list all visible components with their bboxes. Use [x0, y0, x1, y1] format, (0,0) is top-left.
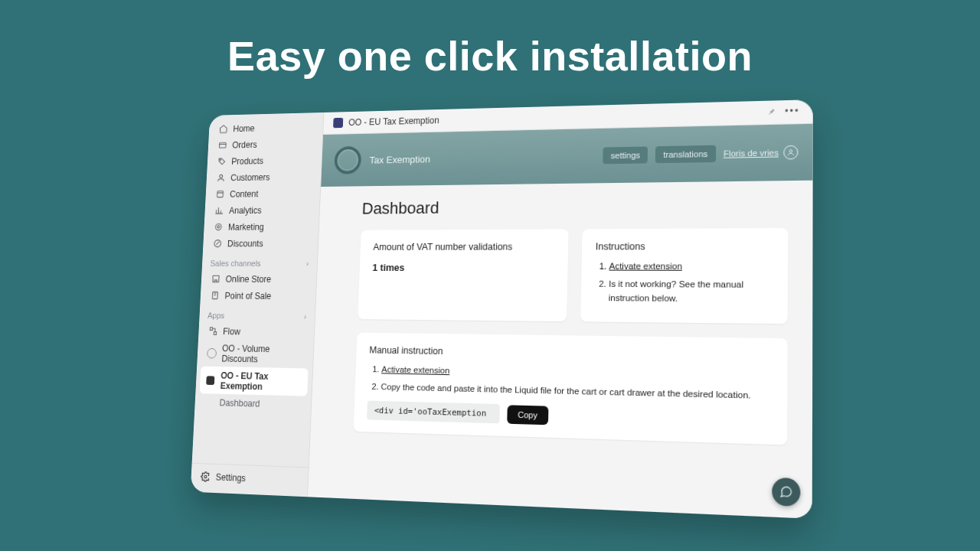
sidebar-item-label: OO - EU Tax Exemption [220, 370, 302, 393]
content-icon [215, 189, 225, 199]
chevron-right-icon: › [304, 312, 307, 321]
sidebar-section-label: Sales channels [210, 259, 261, 267]
sidebar-item-products[interactable]: Products [211, 152, 318, 170]
sidebar-item-analytics[interactable]: Analytics [208, 201, 315, 219]
sidebar: HomeOrdersProductsCustomersContentAnalyt… [191, 112, 325, 497]
sidebar-item-flow[interactable]: Flow [202, 322, 310, 341]
pos-icon [210, 290, 220, 300]
svg-rect-7 [212, 292, 217, 298]
sidebar-item-label: Discounts [227, 238, 263, 248]
svg-point-5 [217, 226, 219, 228]
user-menu[interactable]: Floris de vries [724, 145, 799, 161]
settings-button[interactable]: settings [603, 146, 648, 164]
sidebar-item-label: Products [231, 155, 263, 166]
manual-card: Manual instruction Activate extension Co… [353, 332, 787, 445]
sidebar-item-label: Online Store [225, 274, 271, 285]
sidebar-item-online-store[interactable]: Online Store [205, 270, 312, 287]
sidebar-item-customers[interactable]: Customers [211, 168, 317, 186]
instructions-card-title: Instructions [596, 241, 773, 253]
translations-button[interactable]: translations [655, 145, 716, 164]
chat-fab[interactable] [772, 478, 800, 507]
flow-icon [208, 326, 218, 337]
avatar-icon [783, 145, 798, 160]
copy-button[interactable]: Copy [507, 405, 548, 425]
sidebar-item-label: Marketing [228, 222, 264, 232]
tag-icon [217, 156, 227, 166]
sidebar-item-discounts[interactable]: Discounts [207, 235, 314, 252]
app-title: Tax Exemption [369, 153, 430, 165]
breadcrumb-app-name: OO - EU Tax Exemption [348, 116, 439, 128]
svg-rect-0 [219, 142, 226, 148]
sidebar-section-sales[interactable]: Sales channels › [202, 252, 318, 271]
store-icon [211, 274, 220, 284]
sidebar-item-label: OO - Volume Discounts [221, 343, 304, 365]
code-snippet[interactable]: <div id='ooTaxExemption [367, 401, 500, 424]
manual-step-1: Activate extension [381, 363, 773, 384]
sidebar-item-label: Point of Sale [224, 290, 271, 301]
main-area: OO - EU Tax Exemption ••• Tax Exemption … [308, 99, 813, 519]
sidebar-item-label: Home [233, 123, 255, 134]
discount-icon [212, 239, 222, 249]
app-header: Tax Exemption settings translations Flor… [321, 124, 813, 187]
gear-icon [201, 471, 211, 482]
sidebar-item-label: Content [230, 188, 259, 199]
instructions-step-2: Is it not working? See the manual instru… [609, 278, 773, 306]
sidebar-item-label: Dashboard [219, 397, 260, 409]
page-title: Dashboard [361, 195, 788, 219]
svg-rect-3 [217, 191, 223, 197]
sidebar-section-label: Apps [207, 311, 225, 320]
app-icon [333, 118, 343, 128]
user-icon [216, 173, 226, 183]
sidebar-item-home[interactable]: Home [213, 119, 319, 138]
square-icon [205, 375, 215, 386]
sidebar-item-orders[interactable]: Orders [212, 135, 318, 153]
vat-card-title: Amount of VAT number validations [373, 241, 554, 252]
sidebar-item-label: Orders [232, 139, 257, 150]
sidebar-item-content[interactable]: Content [209, 184, 315, 202]
content-area: Dashboard Amount of VAT number validatio… [308, 181, 813, 519]
svg-rect-8 [210, 328, 213, 331]
vat-card: Amount of VAT number validations 1 times [358, 229, 568, 321]
sidebar-item-oo-volume-discounts[interactable]: OO - Volume Discounts [201, 339, 309, 368]
instructions-step-1: Activate extension [609, 259, 773, 273]
activate-extension-link[interactable]: Activate extension [609, 261, 682, 270]
sidebar-settings-label: Settings [215, 472, 246, 484]
activate-extension-link-2[interactable]: Activate extension [381, 364, 449, 375]
app-logo-icon [334, 146, 361, 174]
svg-point-10 [204, 475, 207, 478]
chevron-right-icon: › [306, 259, 309, 268]
more-icon[interactable]: ••• [785, 106, 800, 116]
vat-card-value: 1 times [372, 262, 554, 273]
target-icon [213, 222, 223, 232]
sidebar-item-point-of-sale[interactable]: Point of Sale [204, 287, 312, 305]
manual-step-2: Copy the code and paste it into the Liqu… [381, 380, 773, 403]
pin-icon[interactable] [767, 106, 777, 116]
svg-point-2 [219, 174, 222, 178]
device-frame: HomeOrdersProductsCustomersContentAnalyt… [191, 99, 813, 519]
svg-rect-9 [214, 332, 217, 335]
svg-point-4 [215, 223, 221, 230]
svg-point-11 [789, 150, 792, 152]
instructions-card: Instructions Activate extension Is it no… [580, 228, 788, 324]
sidebar-section-apps[interactable]: Apps › [199, 304, 315, 324]
sidebar-settings[interactable]: Settings [191, 463, 309, 497]
hero-heading: Easy one click installation [0, 0, 980, 80]
home-icon [218, 124, 228, 134]
analytics-icon [214, 205, 224, 215]
sidebar-item-label: Flow [223, 326, 240, 337]
svg-point-1 [220, 159, 220, 161]
sidebar-item-label: Analytics [229, 205, 262, 216]
sidebar-item-label: Customers [230, 172, 270, 183]
manual-card-title: Manual instruction [369, 344, 773, 362]
circle-icon [207, 347, 217, 358]
user-name: Floris de vries [724, 148, 779, 158]
sidebar-item-dashboard[interactable]: Dashboard [198, 393, 307, 413]
orders-icon [217, 140, 227, 150]
sidebar-item-marketing[interactable]: Marketing [207, 218, 315, 236]
sidebar-item-oo-eu-tax-exemption[interactable]: OO - EU Tax Exemption [200, 367, 309, 396]
